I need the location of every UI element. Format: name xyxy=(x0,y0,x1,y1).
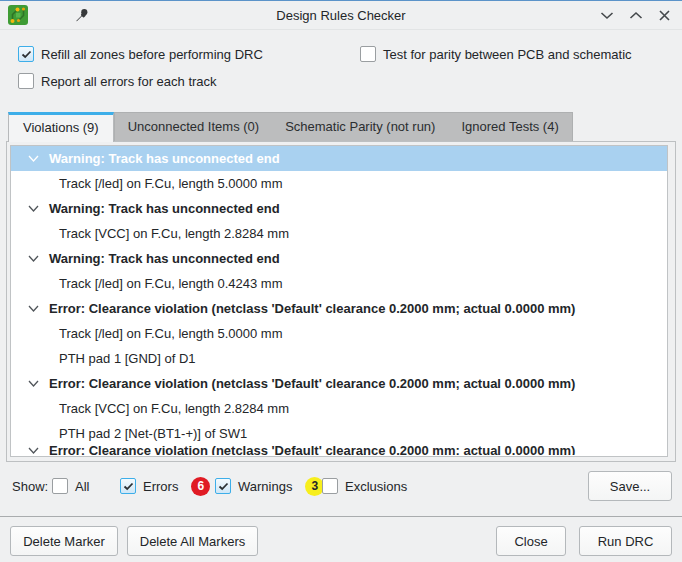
violation-header-row[interactable]: Warning: Track has unconnected end xyxy=(11,146,667,171)
violation-text: Error: Clearance violation (netclass 'De… xyxy=(49,296,575,321)
titlebar: Design Rules Checker xyxy=(0,1,682,30)
violation-text: Track [VCC] on F.Cu, length 2.8284 mm xyxy=(59,396,289,421)
tab-bar: Violations (9)Unconnected Items (0)Schem… xyxy=(8,112,573,142)
expander-chevron-icon[interactable] xyxy=(28,155,40,162)
violation-header-row[interactable]: Error: Clearance violation (netclass 'De… xyxy=(11,371,667,396)
checkbox-warnings[interactable] xyxy=(215,478,231,494)
violation-detail-row[interactable]: Track [/led] on F.Cu, length 5.0000 mm xyxy=(11,321,667,346)
violation-text: Track [VCC] on F.Cu, length 2.8284 mm xyxy=(59,221,289,246)
violation-text: PTH pad 2 [Net-(BT1-+)] of SW1 xyxy=(59,421,247,446)
expander-chevron-icon[interactable] xyxy=(28,447,40,454)
violation-header-row[interactable]: Error: Clearance violation (netclass 'De… xyxy=(11,296,667,321)
option-label: Refill all zones before performing DRC xyxy=(41,47,263,62)
violation-text: Warning: Track has unconnected end xyxy=(49,246,280,271)
errors-count-badge: 6 xyxy=(191,477,210,496)
filter-exclusions[interactable]: Exclusions xyxy=(322,471,407,501)
violation-detail-row[interactable]: Track [/led] on F.Cu, length 0.4243 mm xyxy=(11,271,667,296)
checkbox-errors[interactable] xyxy=(120,478,136,494)
window-title: Design Rules Checker xyxy=(276,8,405,23)
option-report-all-errors-for-each-track[interactable]: Report all errors for each track xyxy=(18,73,217,89)
filter-label: Warnings xyxy=(238,479,292,494)
violation-text: Warning: Track has unconnected end xyxy=(49,196,280,221)
chevron-up-icon[interactable] xyxy=(628,8,643,23)
checkbox-exclusions[interactable] xyxy=(322,478,338,494)
tab-violations-9[interactable]: Violations (9) xyxy=(8,112,114,142)
filter-label: Errors xyxy=(143,479,178,494)
pin-icon[interactable] xyxy=(74,7,90,23)
tab-ignored-tests-4[interactable]: Ignored Tests (4) xyxy=(448,113,571,141)
filter-all[interactable]: All xyxy=(52,471,89,501)
option-test-for-parity-between-pcb-and-schematic[interactable]: Test for parity between PCB and schemati… xyxy=(360,46,632,62)
filter-label: All xyxy=(75,479,89,494)
violation-detail-row[interactable]: Track [/led] on F.Cu, length 5.0000 mm xyxy=(11,171,667,196)
violation-header-row[interactable]: Warning: Track has unconnected end xyxy=(11,246,667,271)
violation-header-row[interactable]: Error: Clearance violation (netclass 'De… xyxy=(11,446,667,455)
option-label: Report all errors for each track xyxy=(41,74,217,89)
checkbox-all[interactable] xyxy=(52,478,68,494)
violation-header-row[interactable]: Warning: Track has unconnected end xyxy=(11,196,667,221)
violation-detail-row[interactable]: Track [VCC] on F.Cu, length 2.8284 mm xyxy=(11,221,667,246)
window-focus-accent xyxy=(0,0,682,1)
filter-errors[interactable]: Errors6 xyxy=(120,471,210,501)
violation-detail-row[interactable]: Track [VCC] on F.Cu, length 2.8284 mm xyxy=(11,396,667,421)
violation-text: Error: Clearance violation (netclass 'De… xyxy=(49,371,575,396)
violation-text: PTH pad 1 [GND] of D1 xyxy=(59,346,196,371)
expander-chevron-icon[interactable] xyxy=(28,255,40,262)
violation-text: Error: Clearance violation (netclass 'De… xyxy=(49,446,575,455)
delete-all-markers-button[interactable]: Delete All Markers xyxy=(127,526,258,556)
kicad-pcb-icon xyxy=(8,5,28,25)
violation-text: Track [/led] on F.Cu, length 5.0000 mm xyxy=(59,321,283,346)
expander-chevron-icon[interactable] xyxy=(28,305,40,312)
violation-text: Warning: Track has unconnected end xyxy=(49,146,280,171)
violation-detail-row[interactable]: PTH pad 2 [Net-(BT1-+)] of SW1 xyxy=(11,421,667,446)
bottom-separator xyxy=(0,516,682,517)
filter-label: Exclusions xyxy=(345,479,407,494)
checkbox-test-for-parity-between-pcb-and-schematic[interactable] xyxy=(360,46,376,62)
chevron-down-icon[interactable] xyxy=(599,8,614,23)
violation-detail-row[interactable]: PTH pad 1 [GND] of D1 xyxy=(11,346,667,371)
option-label: Test for parity between PCB and schemati… xyxy=(383,47,632,62)
violation-text: Track [/led] on F.Cu, length 0.4243 mm xyxy=(59,271,283,296)
show-label: Show: xyxy=(12,479,48,494)
expander-chevron-icon[interactable] xyxy=(28,205,40,212)
checkbox-refill-all-zones-before-performing-drc[interactable] xyxy=(18,46,34,62)
close-icon[interactable] xyxy=(657,8,672,23)
checkbox-report-all-errors-for-each-track[interactable] xyxy=(18,73,34,89)
expander-chevron-icon[interactable] xyxy=(28,380,40,387)
tab-schematic-parity-not-run[interactable]: Schematic Parity (not run) xyxy=(272,113,448,141)
close-button[interactable]: Close xyxy=(496,526,566,556)
violations-panel: Warning: Track has unconnected endTrack … xyxy=(6,141,676,462)
delete-marker-button[interactable]: Delete Marker xyxy=(10,526,118,556)
violations-list[interactable]: Warning: Track has unconnected endTrack … xyxy=(10,145,668,457)
option-refill-all-zones-before-performing-drc[interactable]: Refill all zones before performing DRC xyxy=(18,46,263,62)
violation-text: Track [/led] on F.Cu, length 5.0000 mm xyxy=(59,171,283,196)
save-button[interactable]: Save... xyxy=(588,471,672,501)
tab-unconnected-items-0[interactable]: Unconnected Items (0) xyxy=(115,113,273,141)
filter-warnings[interactable]: Warnings3 xyxy=(215,471,324,501)
run-drc-button[interactable]: Run DRC xyxy=(579,526,672,556)
